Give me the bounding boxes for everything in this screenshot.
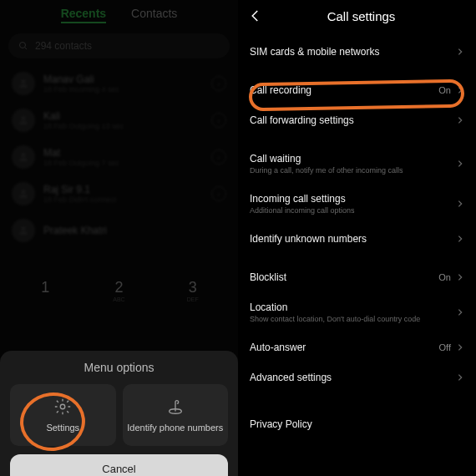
s-label: Identify unknown numbers (250, 233, 456, 245)
s-label: Location (250, 301, 456, 313)
info-icon[interactable]: › (211, 149, 226, 165)
call-sub: 18 Feb Outgoing 13 sec (43, 122, 203, 130)
menu-settings-label: Settings (46, 423, 79, 433)
chevron-right-icon (456, 235, 464, 243)
s-label: Advanced settings (250, 372, 456, 383)
dial-key-3[interactable]: 3DEF (168, 279, 218, 302)
s-label: Privacy Policy (250, 418, 464, 430)
chevron-right-icon (456, 273, 464, 281)
list-item[interactable]: Raj Sir 9.118 Feb Didn't connect › (0, 175, 238, 212)
s-label: Blocklist (250, 271, 438, 283)
s-label: Incoming call settings (250, 193, 456, 205)
svg-point-2 (22, 79, 26, 84)
chevron-right-icon (456, 48, 464, 56)
chevron-right-icon (456, 308, 464, 316)
menu-identify[interactable]: Identify phone numbers (123, 384, 229, 446)
search-icon (18, 41, 28, 51)
call-settings-pane: Call settings SIM cards & mobile network… (238, 0, 476, 476)
settings-list: SIM cards & mobile networks Call recordi… (238, 37, 476, 439)
menu-settings[interactable]: Settings (10, 384, 116, 446)
item-call-waiting[interactable]: Call waitingDuring a call, notify me of … (250, 144, 464, 184)
dial-key-2[interactable]: 2ABC (94, 279, 144, 302)
dial-key-1[interactable]: 1 (20, 279, 70, 302)
call-list: Manav Gali18 Feb Incoming 4 sec › Kali18… (0, 65, 238, 249)
sheet-title: Menu options (7, 361, 231, 374)
s-label: Auto-answer (250, 342, 439, 353)
chevron-right-icon (456, 200, 464, 208)
menu-identify-label: Identify phone numbers (127, 423, 223, 433)
avatar (12, 145, 35, 169)
call-sub: 18 Feb Incoming 4 sec (43, 85, 203, 94)
s-value: Off (439, 342, 451, 352)
call-name: Prateek Khatri (43, 225, 226, 236)
avatar (12, 219, 35, 242)
call-name: Manav Gali (43, 73, 203, 85)
s-value: On (438, 272, 451, 282)
recents-pane: Recents Contacts 294 contacts Manav Gali… (0, 0, 238, 476)
chevron-right-icon (456, 86, 464, 94)
search-placeholder: 294 contacts (35, 40, 92, 52)
item-incoming-call[interactable]: Incoming call settingsAdditional incomin… (250, 184, 464, 224)
chevron-right-icon (456, 160, 464, 168)
svg-point-5 (22, 190, 26, 194)
list-item[interactable]: Manav Gali18 Feb Incoming 4 sec › (0, 65, 238, 102)
s-value: On (438, 85, 451, 95)
tab-recents[interactable]: Recents (61, 7, 106, 23)
menu-sheet: Menu options Settings Identify phone num… (0, 351, 238, 476)
item-call-forwarding[interactable]: Call forwarding settings (250, 105, 464, 135)
item-call-recording[interactable]: Call recording On (250, 75, 464, 105)
s-sub: During a call, notify me of other incomi… (250, 166, 456, 175)
gear-icon (53, 398, 72, 416)
tab-contacts[interactable]: Contacts (131, 7, 177, 23)
chevron-right-icon (456, 116, 464, 124)
s-label: Call forwarding settings (250, 114, 456, 126)
tab-bar: Recents Contacts (0, 0, 238, 27)
avatar (12, 109, 35, 132)
s-sub: Additional incoming call options (250, 206, 456, 215)
list-item[interactable]: Kali18 Feb Outgoing 13 sec › (0, 102, 238, 139)
identify-icon (166, 398, 185, 416)
search-input[interactable]: 294 contacts (8, 33, 230, 58)
svg-point-6 (22, 226, 26, 230)
item-advanced[interactable]: Advanced settings (250, 362, 464, 392)
item-location[interactable]: LocationShow contact location, Don't aut… (250, 292, 464, 332)
dialpad-row: 1 2ABC 3DEF (0, 272, 238, 309)
svg-point-7 (61, 404, 66, 409)
call-name: Raj Sir 9.1 (43, 184, 203, 195)
item-blocklist[interactable]: Blocklist On (250, 262, 464, 292)
item-identify-unknown[interactable]: Identify unknown numbers (250, 224, 464, 254)
page-title: Call settings (256, 9, 466, 23)
svg-line-1 (25, 48, 28, 50)
call-name: Kali (43, 110, 203, 122)
avatar (12, 182, 35, 205)
cancel-button[interactable]: Cancel (10, 454, 228, 476)
item-sim-cards[interactable]: SIM cards & mobile networks (250, 37, 464, 67)
list-item[interactable]: Mat18 Feb Outgoing 7 sec › (0, 139, 238, 175)
s-label: Call waiting (250, 153, 456, 165)
list-item[interactable]: Prateek Khatri (0, 212, 238, 249)
avatar (12, 72, 35, 95)
info-icon[interactable]: › (211, 186, 226, 201)
svg-point-0 (20, 43, 26, 48)
chevron-right-icon (456, 343, 464, 352)
info-icon[interactable]: › (211, 76, 226, 91)
info-icon[interactable]: › (211, 113, 226, 128)
svg-point-4 (22, 153, 26, 157)
s-label: Call recording (250, 84, 438, 96)
chevron-right-icon (456, 373, 464, 382)
call-sub: 18 Feb Didn't connect (43, 195, 203, 204)
s-sub: Show contact location, Don't auto-dial c… (250, 315, 456, 323)
call-sub: 18 Feb Outgoing 7 sec (43, 159, 203, 167)
s-label: SIM cards & mobile networks (250, 46, 456, 58)
item-auto-answer[interactable]: Auto-answer Off (250, 332, 464, 362)
header: Call settings (238, 0, 476, 37)
svg-point-3 (22, 116, 26, 120)
item-privacy-policy[interactable]: Privacy Policy (250, 409, 464, 439)
call-name: Mat (43, 147, 203, 159)
